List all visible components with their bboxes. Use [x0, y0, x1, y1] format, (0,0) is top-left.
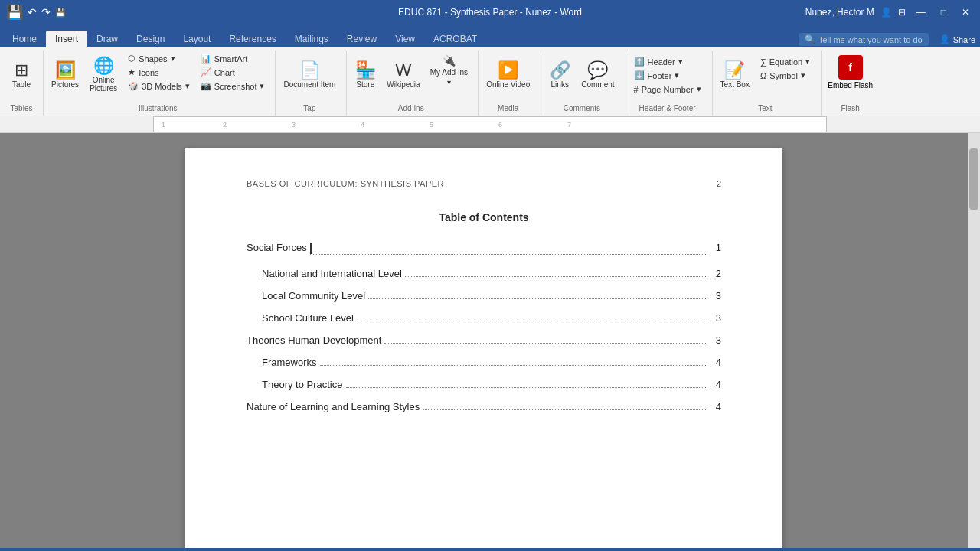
- search-placeholder: Tell me what you want to do: [818, 35, 923, 44]
- toc-entry-text: Theories Human Development: [247, 334, 381, 346]
- table-button[interactable]: ⊞ Table: [6, 52, 37, 98]
- ribbon-group-addins: 🏪 Store W Wikipedia 🔌 My Add-ins ▾ Add-i…: [347, 51, 479, 116]
- share-button[interactable]: 👤 Share: [935, 33, 980, 46]
- embed-flash-icon: f: [838, 55, 863, 80]
- my-addins-button[interactable]: 🔌 My Add-ins ▾: [426, 52, 472, 89]
- symbol-button[interactable]: Ω Symbol ▾: [756, 69, 815, 82]
- footer-button[interactable]: ⬇️ Footer ▾: [629, 69, 706, 82]
- media-row: ▶️ Online Video: [482, 52, 534, 103]
- shapes-icon: ⬡: [128, 54, 136, 64]
- page-number-dropdown[interactable]: ▾: [697, 84, 701, 94]
- search-icon: 🔍: [805, 34, 815, 44]
- smartart-icon: 📊: [201, 54, 211, 64]
- comment-button[interactable]: 💬 Comment: [577, 52, 619, 98]
- ruler-inner: 1 2 3 4 5 6 7: [153, 116, 827, 132]
- title-bar: 💾 ↶ ↷ 💾 EDUC 871 - Synthesis Paper - Nun…: [0, 0, 980, 24]
- wikipedia-button[interactable]: W Wikipedia: [382, 52, 424, 98]
- ribbon-search[interactable]: 🔍 Tell me what you want to do: [799, 33, 929, 46]
- screenshot-icon: 📷: [201, 81, 211, 91]
- textbox-button[interactable]: 📝 Text Box: [716, 52, 754, 98]
- symbol-icon: Ω: [760, 71, 766, 80]
- ribbon-display-icon[interactable]: ⊟: [898, 7, 906, 18]
- tab-review[interactable]: Review: [338, 31, 386, 47]
- tab-home[interactable]: Home: [3, 31, 46, 47]
- icons-button[interactable]: ★ Icons: [123, 66, 194, 79]
- toc-entry-text: Frameworks: [262, 357, 317, 368]
- tab-design[interactable]: Design: [127, 31, 174, 47]
- tab-layout[interactable]: Layout: [174, 31, 220, 47]
- toc-dots: [368, 298, 706, 299]
- tab-mailings[interactable]: Mailings: [286, 31, 338, 47]
- toc-dots: [346, 387, 707, 388]
- toc-page-num: 4: [709, 357, 721, 368]
- header-button[interactable]: ⬆️ Header ▾: [629, 55, 706, 68]
- illustrations-col: ⬡ Shapes ▾ ★ Icons 🎲 3D Models ▾: [123, 52, 194, 93]
- screenshot-button[interactable]: 📷 Screenshot ▾: [196, 80, 270, 93]
- document-scroll[interactable]: BASES OF CURRICULUM: SYNTHESIS PAPER 2 T…: [0, 133, 968, 548]
- maximize-btn[interactable]: □: [936, 7, 951, 18]
- bottom-bar: Page 2 of 9 1,847 words English (United …: [0, 548, 980, 551]
- profile-icon: 👤: [880, 7, 892, 18]
- ribbon-group-media: ▶️ Online Video Media: [479, 51, 541, 116]
- tab-draw[interactable]: Draw: [87, 31, 127, 47]
- toc-entry: Theories Human Development3: [247, 334, 721, 346]
- screenshot-dropdown[interactable]: ▾: [260, 81, 264, 91]
- footer-dropdown[interactable]: ▾: [675, 70, 679, 80]
- tables-group-label: Tables: [6, 103, 37, 112]
- autosave-icon: 💾: [55, 8, 66, 18]
- my-addins-dropdown[interactable]: ▾: [447, 78, 451, 86]
- toc-entry-text: National and International Level: [262, 268, 402, 279]
- ribbon-tab-bar: Home Insert Draw Design Layout Reference…: [0, 24, 980, 47]
- links-label: Comments: [544, 103, 619, 112]
- links-button[interactable]: 🔗 Links: [544, 52, 575, 98]
- side-scrollbar[interactable]: [968, 133, 980, 548]
- toc-page-num: 4: [709, 379, 721, 390]
- header-footer-col: ⬆️ Header ▾ ⬇️ Footer ▾ # Page Number ▾: [629, 55, 706, 96]
- chart-icon: 📈: [201, 67, 211, 77]
- header-footer-label: Header & Footer: [629, 103, 706, 112]
- toc-page-num: 4: [709, 401, 721, 412]
- ribbon-group-text: 📝 Text Box ∑ Equation ▾ Ω Symbol ▾ Text: [713, 51, 822, 116]
- online-video-icon: ▶️: [498, 62, 518, 79]
- tab-view[interactable]: View: [386, 31, 424, 47]
- tab-references[interactable]: References: [220, 31, 285, 47]
- footer-icon: ⬇️: [634, 70, 645, 80]
- tab-insert[interactable]: Insert: [46, 31, 87, 47]
- online-pictures-button[interactable]: 🌐 OnlinePictures: [85, 52, 122, 98]
- page-number-button[interactable]: # Page Number ▾: [629, 83, 706, 96]
- title-bar-left: 💾 ↶ ↷ 💾: [6, 4, 66, 21]
- ribbon: ⊞ Table Tables 🖼️ Pictures 🌐 OnlinePictu…: [0, 47, 980, 116]
- document-item-button[interactable]: 📄 Document Item: [279, 52, 340, 98]
- toc-entry: Social Forces1: [247, 242, 721, 257]
- toc-entry-text: School Culture Level: [262, 312, 354, 324]
- word-icon: 💾: [6, 4, 23, 21]
- undo-btn[interactable]: ↶: [28, 6, 37, 18]
- document-area: BASES OF CURRICULUM: SYNTHESIS PAPER 2 T…: [0, 133, 980, 548]
- 3d-models-button[interactable]: 🎲 3D Models ▾: [123, 80, 194, 93]
- flash-row: f Embed Flash: [825, 52, 876, 103]
- smartart-button[interactable]: 📊 SmartArt: [196, 52, 270, 65]
- pictures-button[interactable]: 🖼️ Pictures: [47, 52, 83, 98]
- header-icon: ⬆️: [634, 57, 645, 67]
- links-row: 🔗 Links 💬 Comment: [544, 52, 619, 103]
- shapes-dropdown[interactable]: ▾: [171, 54, 175, 64]
- illustrations-col2: 📊 SmartArt 📈 Chart 📷 Screenshot ▾: [196, 52, 270, 93]
- sym-dropdown[interactable]: ▾: [801, 70, 805, 80]
- eq-dropdown[interactable]: ▾: [805, 57, 810, 67]
- chart-button[interactable]: 📈 Chart: [196, 66, 270, 79]
- store-button[interactable]: 🏪 Store: [350, 52, 381, 98]
- toc-dots: [320, 365, 706, 366]
- 3d-dropdown[interactable]: ▾: [185, 81, 190, 91]
- scrollbar-thumb[interactable]: [969, 148, 978, 210]
- flash-label: Flash: [825, 103, 876, 112]
- close-btn[interactable]: ✕: [957, 7, 974, 18]
- minimize-btn[interactable]: —: [912, 7, 930, 18]
- online-video-button[interactable]: ▶️ Online Video: [482, 52, 534, 98]
- tab-acrobat[interactable]: ACROBAT: [424, 31, 486, 47]
- embed-flash-button[interactable]: f Embed Flash: [825, 52, 876, 93]
- toc-entry: Frameworks4: [247, 357, 721, 368]
- redo-btn[interactable]: ↷: [41, 6, 51, 18]
- equation-button[interactable]: ∑ Equation ▾: [756, 55, 815, 68]
- header-dropdown[interactable]: ▾: [678, 57, 683, 67]
- shapes-button[interactable]: ⬡ Shapes ▾: [123, 52, 194, 65]
